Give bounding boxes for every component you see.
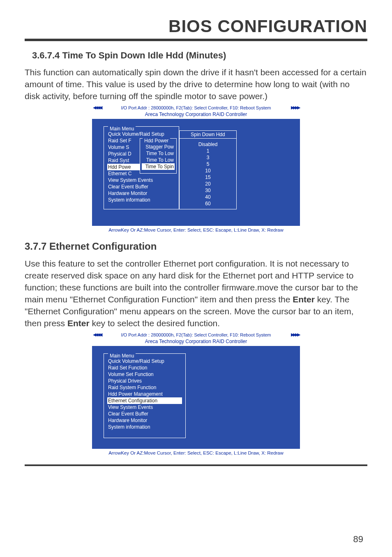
arrow-right-icon: ▶▶▶▶ (291, 332, 299, 337)
option: 60 (180, 200, 236, 207)
sub-item: Time To Low (143, 150, 174, 157)
option: 20 (180, 181, 236, 187)
menu-item: Volume Set Function (108, 371, 181, 378)
option: 30 (180, 187, 236, 194)
arrow-right-icon: ▶▶▶▶ (291, 105, 299, 110)
menu-item-selected: Ethernet Configuration (107, 397, 182, 404)
arrow-left-icon: ◀◀◀◀ (93, 332, 101, 337)
menu-item: Hdd Power Management (108, 391, 181, 397)
sub-item-selected: Time To Spin (142, 163, 175, 170)
bios-screenshot-spin-down: ◀◀◀◀ I/O Port Addr : 28000000h, F2(Tab):… (92, 105, 300, 234)
option: Disabled (180, 141, 236, 148)
spin-down-title: Spin Down Hdd (180, 131, 236, 139)
menu-item: Raid Set Function (108, 364, 181, 371)
menu-item: Clear Event Buffer (108, 183, 175, 190)
bios-top-status-text-2: I/O Port Addr : 28000000h, F2(Tab): Sele… (121, 332, 271, 337)
menu-item: View System Events (108, 177, 175, 183)
page-number: 89 (353, 534, 363, 545)
bios-top-status-2: ◀◀◀◀ I/O Port Addr : 28000000h, F2(Tab):… (92, 332, 300, 338)
bios-top-status-text: I/O Port Addr : 28000000h, F2(Tab): Sele… (121, 105, 271, 110)
bios-corp-line: Areca Technology Corporation RAID Contro… (92, 111, 300, 119)
section-3-7-7-paragraph: Use this feature to set the controller E… (25, 258, 367, 330)
option: 3 (180, 154, 236, 161)
hdd-power-window: Hdd Power Stagger Pow Time To Low Time T… (140, 138, 177, 174)
bios-help-line-2: ArrowKey Or AZ:Move Cursor, Enter: Selec… (92, 449, 300, 457)
bios-help-line: ArrowKey Or AZ:Move Cursor, Enter: Selec… (92, 226, 300, 234)
main-menu-window-2: Main Menu Quick Volume/Raid Setup Raid S… (104, 353, 186, 438)
option: 15 (180, 174, 236, 181)
menu-item: Hardware Monitor (108, 417, 181, 424)
menu-item: View System Events (108, 404, 181, 411)
option: 10 (180, 167, 236, 174)
sub-item: Stagger Pow (143, 144, 174, 150)
arrow-left-icon: ◀◀◀◀ (93, 105, 101, 110)
section-3-6-7-4-paragraph: This function can automatically spin dow… (25, 67, 367, 102)
para-text-c: key to select the desired function. (90, 318, 220, 328)
menu-item: Quick Volume/Raid Setup (108, 358, 181, 364)
section-3-6-7-4-title: 3.6.7.4 Time To Spin Down Idle Hdd (Minu… (32, 50, 367, 61)
menu-item: Physical Drives (108, 378, 181, 384)
menu-item: Quick Volume/Raid Setup (108, 131, 175, 137)
page-header: BIOS CONFIGURATION (25, 16, 367, 41)
menu-item: Hardware Monitor (108, 190, 175, 197)
bottom-rule (25, 464, 367, 466)
menu-item: Raid System Function (108, 384, 181, 391)
option: 5 (180, 161, 236, 167)
option: 1 (180, 148, 236, 154)
spin-down-popup: Spin Down Hdd Disabled 1 3 5 10 15 20 30… (179, 130, 237, 209)
sub-item: Time To Low (143, 157, 174, 163)
bios-screenshot-ethernet: ◀◀◀◀ I/O Port Addr : 28000000h, F2(Tab):… (92, 332, 300, 457)
menu-item: Clear Event Buffer (108, 411, 181, 417)
option: 40 (180, 194, 236, 200)
bios-top-status: ◀◀◀◀ I/O Port Addr : 28000000h, F2(Tab):… (92, 105, 300, 111)
hdd-power-title: Hdd Power (143, 138, 170, 144)
enter-key-2: Enter (67, 318, 90, 328)
main-menu-title-2: Main Menu (108, 353, 136, 359)
bios-corp-line-2: Areca Technology Corporation RAID Contro… (92, 338, 300, 346)
main-menu-title: Main Menu (108, 126, 136, 132)
menu-item: System information (108, 197, 175, 203)
section-3-7-7-title: 3.7.7 Ethernet Configuration (25, 241, 367, 252)
menu-item: System information (108, 424, 181, 430)
enter-key-1: Enter (293, 295, 315, 304)
